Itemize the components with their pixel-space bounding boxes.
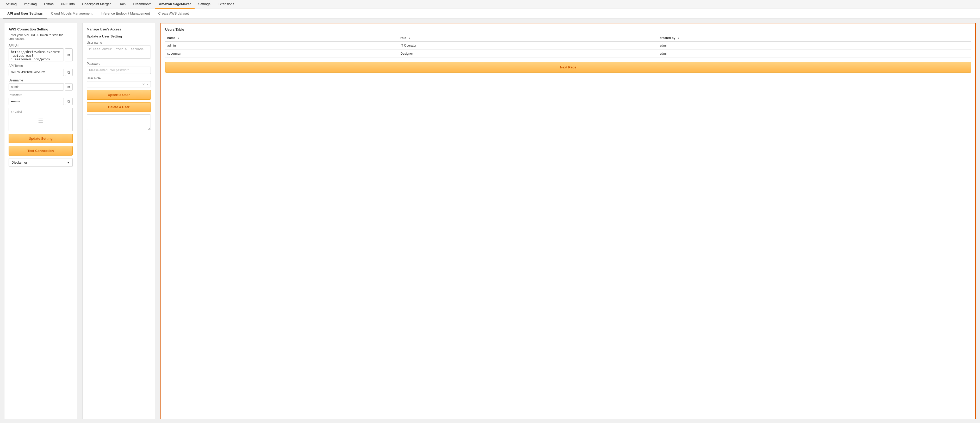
copy-icon-4: ⧉ (67, 99, 70, 104)
label-area-title: 🏷 Label (11, 110, 70, 113)
username-copy-button[interactable]: ⧉ (65, 83, 73, 90)
api-token-input[interactable] (9, 69, 64, 76)
user-role-select[interactable]: ✕ ▼ (87, 81, 151, 87)
label-area: 🏷 Label ☰ (9, 108, 73, 131)
nav-settings[interactable]: Settings (195, 0, 214, 9)
user-name-label: User name (87, 41, 151, 44)
row1-name: admin (165, 42, 398, 50)
copy-icon-2: ⧉ (67, 70, 70, 74)
table-header: name ▲ role ▲ created by ▲ (165, 35, 971, 42)
copy-icon: ⧉ (67, 53, 70, 57)
nav-extensions[interactable]: Extensions (214, 0, 238, 9)
disclaimer-arrow-icon: ◄ (67, 161, 70, 165)
row2-name: superman (165, 50, 398, 58)
list-icon: ☰ (38, 117, 43, 124)
label-area-content: ☰ (11, 113, 70, 129)
sort-created-by-icon: ▲ (677, 37, 680, 40)
main-content: AWS Connection Setting Enter your API UR… (0, 19, 980, 423)
label-icon: 🏷 (11, 110, 14, 113)
nav-amazon-sagemaker[interactable]: Amazon SageMaker (155, 0, 195, 9)
api-token-copy-button[interactable]: ⧉ (65, 69, 73, 76)
sort-role-icon: ▲ (408, 37, 410, 40)
table-body: admin IT Operator admin superman Designe… (165, 42, 971, 58)
nav-checkpoint-merger[interactable]: Checkpoint Merger (78, 0, 115, 9)
tab-inference-endpoint[interactable]: Inference Endpoint Management (97, 9, 154, 19)
username-row: ⧉ (9, 83, 73, 90)
nav-dreambooth[interactable]: Dreambooth (129, 0, 155, 9)
nav-train[interactable]: Train (115, 0, 129, 9)
password-copy-button[interactable]: ⧉ (65, 98, 73, 105)
table-row[interactable]: admin IT Operator admin (165, 42, 971, 50)
user-name-input[interactable] (87, 46, 151, 59)
nav-txt2img[interactable]: txt2img (2, 0, 20, 9)
password-input[interactable] (9, 98, 64, 105)
next-page-button[interactable]: Next Page (165, 62, 971, 73)
table-row[interactable]: superman Designer admin (165, 50, 971, 58)
disclaimer-bar[interactable]: Disclaimer ◄ (9, 158, 73, 167)
sort-name-icon: ▲ (177, 37, 180, 40)
api-url-label: API Url (9, 44, 73, 48)
col-name[interactable]: name ▲ (165, 35, 398, 42)
users-table-panel: Users Table name ▲ role ▲ created by ▲ (161, 23, 976, 419)
update-user-title: Update a User Setting (87, 34, 151, 38)
row2-role: Designer (398, 50, 657, 58)
row1-created-by: admin (657, 42, 971, 50)
tab-api-user-settings[interactable]: API and User Settings (3, 9, 47, 19)
api-url-input[interactable] (9, 48, 64, 62)
delete-user-button[interactable]: Delete a User (87, 102, 151, 112)
disclaimer-label: Disclaimer (11, 160, 27, 165)
select-clear-icon[interactable]: ✕ (142, 82, 145, 86)
col-created-by[interactable]: created by ▲ (657, 35, 971, 42)
nav-extras[interactable]: Extras (40, 0, 57, 9)
tab-bar: API and User Settings Cloud Models Manag… (0, 9, 980, 19)
user-role-label: User Role (87, 76, 151, 80)
result-textarea[interactable] (87, 114, 151, 130)
manage-title: Manage User's Access (87, 27, 151, 31)
nav-img2img[interactable]: img2img (20, 0, 40, 9)
password-field-label: Password (87, 62, 151, 65)
row1-role: IT Operator (398, 42, 657, 50)
username-input[interactable] (9, 83, 64, 90)
users-table-title: Users Table (165, 28, 971, 32)
test-connection-button[interactable]: Test Connection (9, 146, 73, 155)
aws-connection-panel: AWS Connection Setting Enter your API UR… (4, 23, 77, 419)
password-row: ⧉ (9, 98, 73, 105)
tab-create-aws-dataset[interactable]: Create AWS dataset (154, 9, 193, 19)
select-arrow-icon[interactable]: ▼ (146, 83, 148, 86)
col-role[interactable]: role ▲ (398, 35, 657, 42)
api-url-copy-button[interactable]: ⧉ (65, 48, 73, 62)
tab-cloud-models[interactable]: Cloud Models Management (47, 9, 97, 19)
password-label: Password (9, 93, 73, 97)
api-url-row: ⧉ (9, 48, 73, 62)
nav-png-info[interactable]: PNG Info (57, 0, 78, 9)
aws-connection-title: AWS Connection Setting (9, 27, 73, 31)
api-token-row: ⧉ (9, 69, 73, 76)
manage-users-panel: Manage User's Access Update a User Setti… (82, 23, 155, 419)
aws-connection-subtitle: Enter your API URL & Token to start the … (9, 33, 73, 41)
copy-icon-3: ⧉ (67, 85, 70, 89)
top-navigation: txt2img img2img Extras PNG Info Checkpoi… (0, 0, 980, 9)
user-password-input[interactable] (87, 67, 151, 74)
users-table: name ▲ role ▲ created by ▲ admin (165, 35, 971, 58)
row2-created-by: admin (657, 50, 971, 58)
upsert-user-button[interactable]: Upsert a User (87, 90, 151, 100)
update-setting-button[interactable]: Update Setting (9, 134, 73, 143)
username-label: Username (9, 79, 73, 82)
user-role-input[interactable] (89, 82, 141, 86)
api-token-label: API Token (9, 64, 73, 68)
